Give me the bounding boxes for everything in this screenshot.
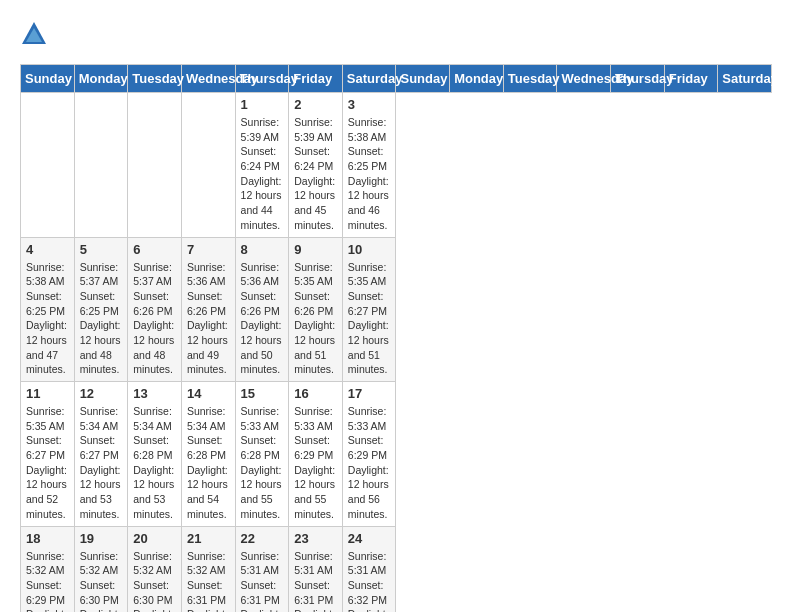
day-content: Sunrise: 5:39 AM Sunset: 6:24 PM Dayligh…: [241, 115, 284, 233]
day-content: Sunrise: 5:37 AM Sunset: 6:26 PM Dayligh…: [133, 260, 176, 378]
day-header-wednesday: Wednesday: [181, 65, 235, 93]
day-content: Sunrise: 5:32 AM Sunset: 6:30 PM Dayligh…: [80, 549, 123, 613]
day-number: 2: [294, 97, 337, 112]
day-number: 18: [26, 531, 69, 546]
day-number: 1: [241, 97, 284, 112]
day-number: 21: [187, 531, 230, 546]
calendar-table: SundayMondayTuesdayWednesdayThursdayFrid…: [20, 64, 772, 612]
day-content: Sunrise: 5:31 AM Sunset: 6:31 PM Dayligh…: [294, 549, 337, 613]
calendar-week-row: 4Sunrise: 5:38 AM Sunset: 6:25 PM Daylig…: [21, 237, 772, 382]
calendar-cell: 6Sunrise: 5:37 AM Sunset: 6:26 PM Daylig…: [128, 237, 182, 382]
calendar-cell: 24Sunrise: 5:31 AM Sunset: 6:32 PM Dayli…: [342, 526, 396, 612]
day-number: 17: [348, 386, 391, 401]
calendar-week-row: 1Sunrise: 5:39 AM Sunset: 6:24 PM Daylig…: [21, 93, 772, 238]
day-number: 20: [133, 531, 176, 546]
calendar-cell: 10Sunrise: 5:35 AM Sunset: 6:27 PM Dayli…: [342, 237, 396, 382]
calendar-cell: 21Sunrise: 5:32 AM Sunset: 6:31 PM Dayli…: [181, 526, 235, 612]
day-content: Sunrise: 5:38 AM Sunset: 6:25 PM Dayligh…: [26, 260, 69, 378]
day-number: 19: [80, 531, 123, 546]
day-number: 3: [348, 97, 391, 112]
day-content: Sunrise: 5:33 AM Sunset: 6:28 PM Dayligh…: [241, 404, 284, 522]
day-content: Sunrise: 5:36 AM Sunset: 6:26 PM Dayligh…: [241, 260, 284, 378]
day-header-thursday: Thursday: [611, 65, 665, 93]
calendar-week-row: 18Sunrise: 5:32 AM Sunset: 6:29 PM Dayli…: [21, 526, 772, 612]
calendar-cell: 4Sunrise: 5:38 AM Sunset: 6:25 PM Daylig…: [21, 237, 75, 382]
day-header-friday: Friday: [289, 65, 343, 93]
day-number: 10: [348, 242, 391, 257]
calendar-cell: 9Sunrise: 5:35 AM Sunset: 6:26 PM Daylig…: [289, 237, 343, 382]
calendar-cell: [128, 93, 182, 238]
calendar-cell: 11Sunrise: 5:35 AM Sunset: 6:27 PM Dayli…: [21, 382, 75, 527]
calendar-cell: 2Sunrise: 5:39 AM Sunset: 6:24 PM Daylig…: [289, 93, 343, 238]
day-number: 23: [294, 531, 337, 546]
day-number: 22: [241, 531, 284, 546]
day-header-thursday: Thursday: [235, 65, 289, 93]
logo-icon: [20, 20, 48, 48]
day-content: Sunrise: 5:37 AM Sunset: 6:25 PM Dayligh…: [80, 260, 123, 378]
calendar-cell: 12Sunrise: 5:34 AM Sunset: 6:27 PM Dayli…: [74, 382, 128, 527]
day-content: Sunrise: 5:32 AM Sunset: 6:31 PM Dayligh…: [187, 549, 230, 613]
day-content: Sunrise: 5:35 AM Sunset: 6:27 PM Dayligh…: [26, 404, 69, 522]
day-content: Sunrise: 5:33 AM Sunset: 6:29 PM Dayligh…: [294, 404, 337, 522]
calendar-cell: 18Sunrise: 5:32 AM Sunset: 6:29 PM Dayli…: [21, 526, 75, 612]
day-header-tuesday: Tuesday: [503, 65, 557, 93]
logo: [20, 20, 50, 48]
day-content: Sunrise: 5:32 AM Sunset: 6:30 PM Dayligh…: [133, 549, 176, 613]
day-header-sunday: Sunday: [396, 65, 450, 93]
day-header-tuesday: Tuesday: [128, 65, 182, 93]
calendar-cell: 1Sunrise: 5:39 AM Sunset: 6:24 PM Daylig…: [235, 93, 289, 238]
day-number: 13: [133, 386, 176, 401]
calendar-cell: 13Sunrise: 5:34 AM Sunset: 6:28 PM Dayli…: [128, 382, 182, 527]
day-header-monday: Monday: [450, 65, 504, 93]
day-header-monday: Monday: [74, 65, 128, 93]
calendar-cell: 8Sunrise: 5:36 AM Sunset: 6:26 PM Daylig…: [235, 237, 289, 382]
calendar-week-row: 11Sunrise: 5:35 AM Sunset: 6:27 PM Dayli…: [21, 382, 772, 527]
calendar-cell: [181, 93, 235, 238]
calendar-cell: 16Sunrise: 5:33 AM Sunset: 6:29 PM Dayli…: [289, 382, 343, 527]
day-content: Sunrise: 5:39 AM Sunset: 6:24 PM Dayligh…: [294, 115, 337, 233]
day-number: 14: [187, 386, 230, 401]
day-content: Sunrise: 5:31 AM Sunset: 6:31 PM Dayligh…: [241, 549, 284, 613]
day-content: Sunrise: 5:31 AM Sunset: 6:32 PM Dayligh…: [348, 549, 391, 613]
day-content: Sunrise: 5:38 AM Sunset: 6:25 PM Dayligh…: [348, 115, 391, 233]
calendar-cell: 23Sunrise: 5:31 AM Sunset: 6:31 PM Dayli…: [289, 526, 343, 612]
day-header-wednesday: Wednesday: [557, 65, 611, 93]
day-number: 12: [80, 386, 123, 401]
calendar-cell: 22Sunrise: 5:31 AM Sunset: 6:31 PM Dayli…: [235, 526, 289, 612]
day-content: Sunrise: 5:34 AM Sunset: 6:28 PM Dayligh…: [133, 404, 176, 522]
day-number: 9: [294, 242, 337, 257]
calendar-cell: 20Sunrise: 5:32 AM Sunset: 6:30 PM Dayli…: [128, 526, 182, 612]
day-number: 16: [294, 386, 337, 401]
calendar-cell: 15Sunrise: 5:33 AM Sunset: 6:28 PM Dayli…: [235, 382, 289, 527]
calendar-cell: 17Sunrise: 5:33 AM Sunset: 6:29 PM Dayli…: [342, 382, 396, 527]
day-number: 15: [241, 386, 284, 401]
day-number: 24: [348, 531, 391, 546]
calendar-cell: 19Sunrise: 5:32 AM Sunset: 6:30 PM Dayli…: [74, 526, 128, 612]
day-number: 11: [26, 386, 69, 401]
day-number: 5: [80, 242, 123, 257]
day-number: 4: [26, 242, 69, 257]
day-content: Sunrise: 5:33 AM Sunset: 6:29 PM Dayligh…: [348, 404, 391, 522]
calendar-cell: 3Sunrise: 5:38 AM Sunset: 6:25 PM Daylig…: [342, 93, 396, 238]
day-content: Sunrise: 5:34 AM Sunset: 6:27 PM Dayligh…: [80, 404, 123, 522]
day-number: 7: [187, 242, 230, 257]
day-content: Sunrise: 5:32 AM Sunset: 6:29 PM Dayligh…: [26, 549, 69, 613]
day-content: Sunrise: 5:35 AM Sunset: 6:26 PM Dayligh…: [294, 260, 337, 378]
calendar-cell: [21, 93, 75, 238]
calendar-cell: 7Sunrise: 5:36 AM Sunset: 6:26 PM Daylig…: [181, 237, 235, 382]
day-number: 8: [241, 242, 284, 257]
day-header-sunday: Sunday: [21, 65, 75, 93]
calendar-cell: 14Sunrise: 5:34 AM Sunset: 6:28 PM Dayli…: [181, 382, 235, 527]
day-header-friday: Friday: [664, 65, 718, 93]
day-header-saturday: Saturday: [342, 65, 396, 93]
day-number: 6: [133, 242, 176, 257]
day-content: Sunrise: 5:34 AM Sunset: 6:28 PM Dayligh…: [187, 404, 230, 522]
calendar-cell: [74, 93, 128, 238]
calendar-header-row: SundayMondayTuesdayWednesdayThursdayFrid…: [21, 65, 772, 93]
day-header-saturday: Saturday: [718, 65, 772, 93]
page-header: [20, 20, 772, 48]
day-content: Sunrise: 5:36 AM Sunset: 6:26 PM Dayligh…: [187, 260, 230, 378]
day-content: Sunrise: 5:35 AM Sunset: 6:27 PM Dayligh…: [348, 260, 391, 378]
calendar-cell: 5Sunrise: 5:37 AM Sunset: 6:25 PM Daylig…: [74, 237, 128, 382]
